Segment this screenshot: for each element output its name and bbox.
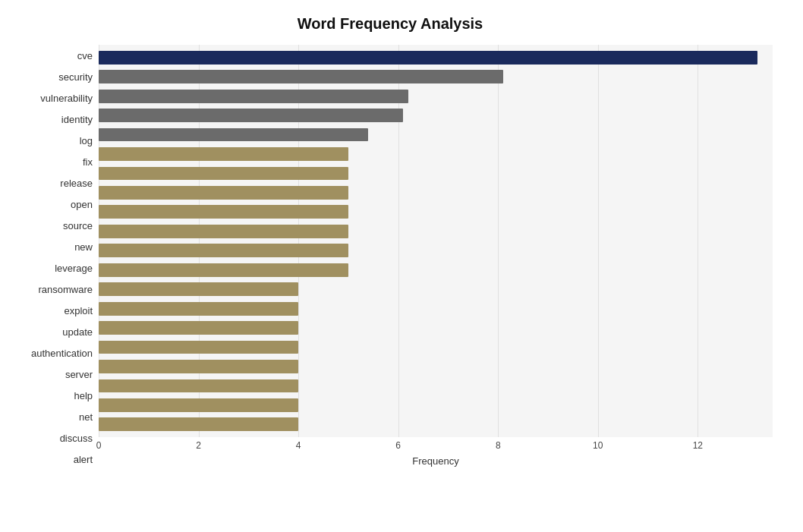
bar-row [99,395,773,414]
y-label: update [62,327,93,337]
y-label: authentication [31,348,93,358]
y-label: exploit [64,306,93,316]
y-label: release [60,178,93,188]
chart-container: Word Frequency Analysis cvesecurityvulne… [0,0,803,532]
bar [99,417,298,431]
bar [99,282,298,296]
bar [99,90,408,103]
bar [99,225,348,238]
y-label: vulnerability [40,93,93,103]
bar [99,302,298,316]
bars-section [99,45,773,437]
y-label: source [63,221,93,231]
bar [99,379,298,393]
bar [99,205,348,219]
x-axis: 024681012 Frequency [99,437,773,471]
bar [99,109,403,122]
y-label: security [58,72,93,82]
bar [99,360,298,373]
bar-row [99,183,773,202]
bar-row [99,125,773,144]
y-label: help [74,391,93,401]
y-label: alert [74,455,93,464]
bar-row [99,299,773,318]
bar-row [99,260,773,279]
y-label: open [71,200,93,209]
y-label: fix [83,157,93,167]
x-axis-label: Frequency [99,455,773,467]
bar-row [99,203,773,222]
bar-row [99,105,773,124]
x-tick-label: 6 [395,440,401,451]
bar-row [99,164,773,183]
bar-row [99,67,773,86]
x-tick-label: 4 [296,440,301,451]
bar-row [99,415,773,434]
bar [99,263,348,277]
bar [99,167,348,181]
bar [99,51,757,65]
bar [99,186,348,200]
y-label: leverage [55,263,93,273]
bar-row [99,241,773,260]
y-label: net [79,412,93,422]
x-tick-label: 2 [196,440,201,451]
x-tick-label: 8 [496,440,501,451]
bar [99,70,503,83]
y-label: cve [77,51,93,61]
bar-row [99,48,773,67]
y-label: server [65,370,93,379]
x-ticks: 024681012 [99,437,773,452]
bar-row [99,279,773,298]
y-axis-labels: cvesecurityvulnerabilityidentitylogfixre… [8,45,99,471]
bar [99,128,368,142]
y-label: new [74,242,93,252]
bar [99,244,348,257]
bars-wrapper [99,45,773,437]
x-tick-label: 10 [593,440,603,451]
bar-row [99,87,773,105]
bar [99,398,298,412]
bar-row [99,318,773,337]
bars-and-x: 024681012 Frequency [99,45,773,471]
chart-title: Word Frequency Analysis [8,15,773,33]
bar-row [99,144,773,163]
bar-row [99,376,773,395]
bar [99,341,298,354]
y-label: discuss [60,433,93,443]
chart-area: cvesecurityvulnerabilityidentitylogfixre… [8,45,773,471]
y-label: log [80,136,93,146]
x-tick-label: 12 [693,440,703,451]
bar-row [99,222,773,241]
bar [99,147,348,161]
x-tick-label: 0 [96,440,102,451]
y-label: ransomware [38,285,93,294]
bar [99,321,298,335]
bar-row [99,338,773,357]
bar-row [99,357,773,376]
y-label: identity [61,115,93,124]
